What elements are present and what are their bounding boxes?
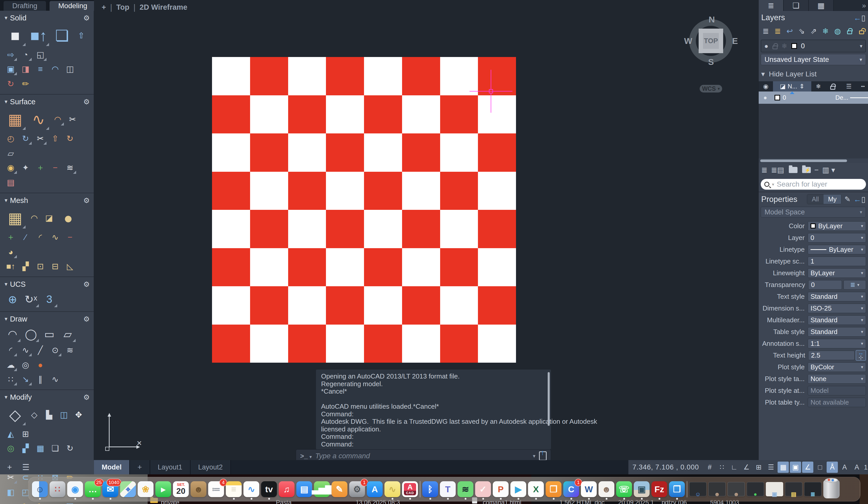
tool-icon[interactable]: ◉ [4, 161, 17, 174]
settings[interactable]: ⚙ 1 [349, 481, 365, 497]
layer-on-icon[interactable]: ● [764, 42, 768, 50]
messages-window[interactable]: ● [747, 482, 764, 496]
viewcube-top-face[interactable]: TOP [699, 29, 723, 53]
pages[interactable]: ✎ [332, 481, 348, 497]
section-chevron-icon[interactable]: ▾ [4, 394, 8, 401]
tool-icon[interactable]: 3 [41, 291, 58, 308]
tool-icon[interactable]: ● [57, 207, 79, 229]
status-toggle-icon[interactable]: ▦ [777, 462, 789, 473]
viewcube-east[interactable]: E [732, 36, 738, 46]
hide-layer-list-toggle[interactable]: ▾Hide Layer List [759, 67, 868, 81]
spotify[interactable]: ≋ [457, 481, 473, 497]
tool-icon[interactable]: ╱ [34, 343, 47, 357]
close-panel-icon[interactable]: ←▯ [854, 13, 866, 22]
launchpad[interactable]: ∷ [50, 481, 65, 497]
powerpoint[interactable]: P [493, 481, 509, 497]
tool-icon[interactable]: ⊙ [49, 343, 62, 357]
tool-icon[interactable]: ◨ [19, 62, 32, 75]
tool-icon[interactable]: ＋ [4, 231, 17, 244]
section-chevron-icon[interactable]: ▾ [4, 197, 8, 204]
tool-icon[interactable]: ▦ [4, 108, 26, 130]
property-field[interactable]: ByLayer ▾ [808, 221, 866, 231]
property-field[interactable]: 1:1 ▾ [808, 339, 866, 348]
layer-bottom-tool-icon[interactable]: ⚡ [801, 167, 811, 173]
appstore[interactable]: A [367, 481, 383, 497]
edit-properties-icon[interactable]: ✎ [845, 195, 850, 203]
tool-icon[interactable]: ▙ [42, 408, 56, 422]
current-layer-dropdown[interactable]: ● ❄ 0 ▾ [761, 40, 866, 52]
tool-icon[interactable]: ∷ [4, 373, 17, 386]
layer-tool-icon[interactable]: ↩ [785, 26, 795, 36]
tool-icon[interactable]: ▞ [19, 442, 32, 455]
tool-icon[interactable]: ◠ [28, 211, 41, 225]
word[interactable]: W [581, 481, 597, 497]
viewport-visual-style-button[interactable]: 2D Wireframe [140, 3, 187, 11]
tool-icon[interactable]: ◇ [28, 408, 41, 422]
tool-icon[interactable]: ◠ [49, 62, 62, 75]
palette-tab[interactable]: ❏ [784, 0, 809, 11]
layer-bottom-tool-icon[interactable] [788, 167, 797, 173]
layer-bottom-tool-icon[interactable]: − [814, 166, 819, 174]
property-field[interactable]: None ▾ [808, 374, 866, 384]
tool-icon[interactable]: ◱ [4, 500, 17, 504]
all-segment[interactable]: All [807, 194, 824, 204]
tool-icon[interactable]: ✦ [19, 161, 32, 174]
section-chevron-icon[interactable]: ▾ [4, 14, 8, 21]
layer-row[interactable]: ● 0 De... [759, 91, 868, 104]
layer-tool-icon[interactable]: ◍ [833, 26, 843, 36]
layer-freeze-icon[interactable]: ❄ [782, 42, 787, 50]
tool-icon[interactable]: ∿ [49, 373, 62, 386]
tool-icon[interactable]: ◕ [4, 245, 17, 259]
tool-icon[interactable]: ↻ [4, 77, 17, 90]
property-field[interactable]: Standard ▾ [808, 327, 866, 336]
tool-icon[interactable]: ↻ˣ [22, 291, 39, 308]
contacts[interactable]: ☻ [190, 481, 206, 497]
tool-icon[interactable]: ≋ [63, 343, 76, 357]
command-history-panel[interactable]: Opening an AutoCAD 2013/LT 2013 format f… [316, 370, 551, 449]
finder-window[interactable]: ☺ [689, 482, 706, 496]
tool-icon[interactable]: ⊟ [49, 260, 62, 273]
tool-icon[interactable]: ▣ [4, 62, 17, 75]
property-field[interactable]: Standard ▾ [808, 292, 866, 301]
autocad[interactable]: ACAD [402, 481, 418, 497]
status-toggle-icon[interactable]: # [704, 462, 715, 473]
finder[interactable]: ☺ [32, 481, 48, 497]
layer-list-scrollbar[interactable] [759, 159, 868, 163]
tool-icon[interactable]: ✏ [19, 77, 32, 90]
codeapp[interactable]: ❐ [669, 481, 685, 497]
viewport-view-button[interactable]: Top [116, 3, 129, 11]
tool-icon[interactable]: ∿ [49, 231, 62, 244]
property-field[interactable]: ByLayer ▾ [808, 245, 866, 254]
layer-search-field[interactable]: ˅ Search for layer [761, 179, 866, 190]
tool-icon[interactable]: ＋ [34, 161, 47, 174]
section-gear-icon[interactable]: ⚙ [83, 280, 90, 289]
section-gear-icon[interactable]: ⚙ [83, 315, 90, 323]
tool-icon[interactable]: ◠ [4, 326, 21, 342]
checklist[interactable]: ✓ [475, 481, 491, 497]
layer-color-swatch[interactable] [792, 43, 797, 49]
tool-icon[interactable]: ▭ [41, 326, 58, 342]
music[interactable]: ♫ [279, 481, 294, 497]
section-gear-icon[interactable]: ⚙ [83, 14, 90, 22]
tool-icon[interactable]: ⊡ [34, 260, 47, 273]
tool-icon[interactable]: ↘ [19, 373, 32, 386]
freeze-column-icon[interactable]: ❄ [811, 83, 826, 90]
photos[interactable]: ❀ [138, 481, 154, 497]
viewcube[interactable]: N E S W TOP [688, 18, 734, 64]
layer-bottom-tool-icon[interactable]: ≣▤ [771, 165, 784, 174]
layer-lock-icon[interactable] [773, 46, 777, 49]
tool-icon[interactable]: ▦ [34, 442, 47, 455]
tool-icon[interactable]: ∿ [28, 108, 50, 130]
tool-icon[interactable]: ◧ [4, 486, 17, 499]
tool-icon[interactable]: ▞ [19, 260, 32, 273]
add-palette-icon[interactable]: + [7, 463, 12, 472]
calendar[interactable]: SET. 20 [173, 481, 189, 497]
trash[interactable] [823, 480, 840, 498]
ribbon-tab[interactable]: Drafting [3, 1, 46, 11]
property-field[interactable]: 0 ▾ [808, 233, 866, 243]
tool-icon[interactable]: ■ [4, 24, 26, 47]
layer-tool-icon[interactable]: ❄ [820, 26, 830, 36]
tool-icon[interactable]: ☁ [4, 358, 17, 372]
tool-icon[interactable]: ▱ [59, 326, 76, 342]
palette-tab[interactable]: ▦ [809, 0, 834, 11]
